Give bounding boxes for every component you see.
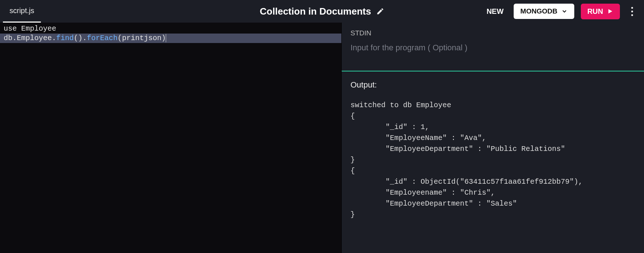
run-button-label: RUN — [587, 7, 603, 16]
chevron-down-icon — [561, 8, 568, 15]
run-button[interactable]: RUN — [581, 4, 620, 19]
output-block: Output: switched to db Employee { "_id" … — [342, 71, 644, 229]
top-bar: script.js Collection in Documents NEW MO… — [0, 0, 644, 23]
code-editor[interactable]: use Employeedb.Employee.find().forEach(p… — [0, 23, 341, 253]
main: use Employeedb.Employee.find().forEach(p… — [0, 23, 644, 253]
right-controls: NEW MONGODB RUN — [483, 4, 637, 19]
stdin-block: STDIN — [342, 23, 644, 71]
edit-title-icon[interactable] — [376, 7, 384, 15]
language-selector-label: MONGODB — [520, 7, 557, 15]
svg-marker-0 — [609, 9, 613, 13]
stdin-input[interactable] — [350, 42, 635, 63]
new-button-label: NEW — [487, 7, 504, 15]
right-pane: STDIN Output: switched to db Employee { … — [341, 23, 644, 253]
title-wrap: Collection in Documents — [260, 6, 384, 17]
code-line[interactable]: use Employee — [0, 24, 341, 34]
stdin-label: STDIN — [350, 29, 635, 37]
more-menu-icon[interactable] — [626, 5, 637, 18]
page-title[interactable]: Collection in Documents — [260, 6, 371, 17]
output-text: switched to db Employee { "_id" : 1, "Em… — [350, 100, 635, 220]
file-tab[interactable]: script.js — [3, 0, 41, 23]
play-icon — [607, 8, 613, 15]
language-selector[interactable]: MONGODB — [514, 4, 574, 19]
output-label: Output: — [350, 80, 635, 90]
new-button[interactable]: NEW — [483, 5, 507, 18]
file-tab-label: script.js — [9, 7, 34, 15]
code-line[interactable]: db.Employee.find().forEach(printjson) — [0, 34, 341, 43]
